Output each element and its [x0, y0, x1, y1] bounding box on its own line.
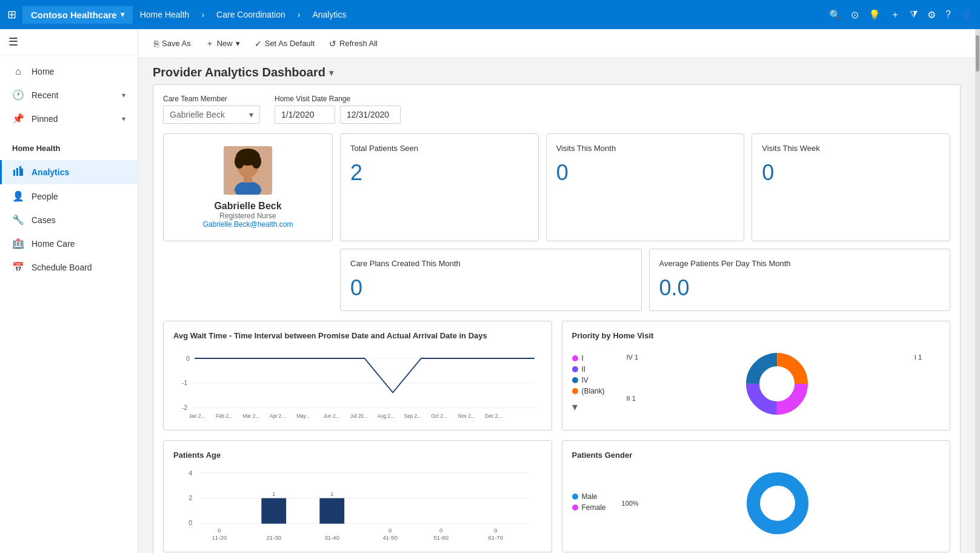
line-chart-title: Avg Wait Time - Time Interval between Pr…	[173, 331, 542, 340]
care-plans-value: 0	[350, 275, 632, 301]
recent-chevron-icon: ▾	[122, 91, 125, 99]
nav-separator2: ›	[293, 7, 305, 22]
lightbulb-icon[interactable]: 💡	[868, 9, 881, 21]
user-icon[interactable]: 👤	[961, 9, 973, 21]
svg-text:0: 0	[188, 519, 192, 526]
page-title[interactable]: Provider Analytics Dashboard ▾	[153, 65, 961, 79]
search-icon[interactable]: 🔍	[829, 9, 841, 21]
nav-care-coordination[interactable]: Care Coordination	[212, 7, 290, 22]
charts-row-2: Patients Age 4 2 0	[163, 440, 950, 552]
sidebar: ☰ ⌂ Home 🕐 Recent ▾ 📌 Pinned ▾ Home Heal…	[0, 29, 138, 553]
refresh-button[interactable]: ↺ Refresh All	[323, 35, 384, 52]
sidebar-item-schedule[interactable]: 📅 Schedule Board	[0, 255, 138, 279]
nav-analytics[interactable]: Analytics	[307, 7, 351, 22]
gender-donut-svg	[741, 467, 814, 540]
svg-text:Dec 2...: Dec 2...	[485, 414, 502, 419]
sidebar-item-people[interactable]: 👤 People	[0, 184, 138, 208]
care-team-select[interactable]: Gabrielle Beck ▾	[163, 106, 260, 124]
check-icon: ✓	[255, 39, 262, 49]
svg-rect-2	[19, 166, 21, 176]
legend-item-blank: (Blank)	[572, 387, 605, 395]
sidebar-item-pinned[interactable]: 📌 Pinned ▾	[0, 107, 138, 130]
sidebar-item-cases[interactable]: 🔧 Cases	[0, 208, 138, 232]
svg-text:Sep 2...: Sep 2...	[404, 414, 421, 419]
svg-text:Aug 2...: Aug 2...	[377, 414, 394, 419]
bar-chart-title: Patients Age	[173, 451, 542, 460]
svg-text:41-50: 41-50	[382, 534, 398, 540]
profile-box: Gabrielle Beck Registered Nurse Gabriell…	[163, 133, 333, 241]
svg-rect-41	[261, 498, 286, 524]
total-patients-value: 2	[350, 160, 528, 186]
brand-logo[interactable]: Contoso Healthcare ▾	[22, 6, 133, 24]
avg-patients-label: Average Patients Per Day This Month	[659, 259, 941, 268]
help-icon[interactable]: ?	[945, 9, 951, 20]
nav-separator1: ›	[196, 7, 209, 22]
svg-rect-0	[13, 170, 15, 176]
top-navigation: ⊞ Contoso Healthcare ▾ Home Health › Car…	[0, 0, 980, 29]
legend-dot-ii	[572, 366, 578, 372]
date-range-inputs	[275, 106, 401, 124]
save-as-button[interactable]: ⎘ Save As	[148, 35, 197, 52]
svg-text:21-30: 21-30	[266, 534, 281, 540]
charts-row-1: Avg Wait Time - Time Interval between Pr…	[163, 321, 950, 431]
gender-chart-box: Patients Gender Male Female	[562, 440, 951, 552]
legend-dot-male	[572, 494, 578, 500]
page-header: Provider Analytics Dashboard ▾	[138, 58, 975, 84]
filter-row: Care Team Member Gabrielle Beck ▾ Home V…	[163, 95, 950, 124]
new-chevron-icon: ▾	[236, 39, 240, 48]
second-stats-row: Care Plans Created This Month 0 Average …	[163, 249, 950, 311]
svg-text:31-40: 31-40	[324, 534, 339, 540]
new-button[interactable]: ＋ New ▾	[199, 35, 246, 53]
homecare-icon: 🏥	[12, 238, 24, 249]
svg-text:Oct 2...: Oct 2...	[431, 414, 447, 419]
sidebar-item-home-label: Home	[32, 67, 54, 76]
donut-expand-icon[interactable]: ▾	[572, 400, 605, 414]
dashboard-card: Care Team Member Gabrielle Beck ▾ Home V…	[153, 84, 961, 553]
svg-text:Jan 2...: Jan 2...	[189, 414, 205, 419]
set-default-button[interactable]: ✓ Set As Default	[248, 35, 321, 52]
sidebar-item-recent[interactable]: 🕐 Recent ▾	[0, 83, 138, 107]
donut-chart-area: I II IV	[572, 347, 941, 420]
scroll-track[interactable]	[975, 29, 980, 553]
gender-100pct-label: 100%	[622, 500, 639, 507]
scroll-thumb[interactable]	[976, 35, 979, 72]
svg-text:Nov 2...: Nov 2...	[458, 414, 475, 419]
svg-text:0: 0	[439, 527, 442, 534]
line-chart-svg: 0 -1 -2 Jan 2...	[173, 347, 542, 420]
settings-icon[interactable]: ⚙	[927, 9, 936, 21]
donut-label-iv1: IV 1	[627, 354, 639, 361]
care-plans-label: Care Plans Created This Month	[350, 259, 632, 268]
hamburger-icon[interactable]: ☰	[8, 36, 18, 48]
brand-name: Contoso Healthcare	[31, 10, 117, 20]
svg-text:Apr 2...: Apr 2...	[270, 414, 285, 419]
donut-chart-title: Priority by Home Visit	[572, 331, 941, 340]
top-nav-items: Home Health › Care Coordination › Analyt…	[135, 7, 829, 22]
date-to-input[interactable]	[340, 106, 401, 124]
svg-text:Jun 2...: Jun 2...	[324, 414, 340, 419]
home-icon: ⌂	[12, 66, 24, 77]
nav-home-health[interactable]: Home Health	[135, 7, 195, 22]
legend-label-female: Female	[582, 503, 606, 512]
avg-patients-card: Average Patients Per Day This Month 0.0	[649, 249, 951, 311]
sidebar-item-analytics[interactable]: Analytics	[0, 160, 138, 184]
avatar	[224, 146, 272, 195]
svg-text:May...: May...	[296, 414, 310, 419]
sidebar-item-homecare[interactable]: 🏥 Home Care	[0, 232, 138, 255]
add-icon[interactable]: ＋	[890, 8, 900, 21]
sidebar-item-pinned-label: Pinned	[32, 114, 58, 124]
app-grid-icon[interactable]: ⊞	[7, 8, 16, 21]
refresh-icon: ↺	[329, 39, 336, 49]
svg-text:1: 1	[330, 491, 333, 497]
sidebar-item-cases-label: Cases	[32, 215, 56, 225]
sidebar-nav-health: Analytics 👤 People 🔧 Cases 🏥 Home Care 📅…	[0, 155, 138, 284]
donut-legend: I II IV	[572, 354, 605, 414]
top-stats-row: Gabrielle Beck Registered Nurse Gabriell…	[163, 133, 950, 241]
date-from-input[interactable]	[275, 106, 335, 124]
svg-rect-1	[16, 168, 18, 176]
care-plans-card: Care Plans Created This Month 0	[340, 249, 642, 311]
visits-week-value: 0	[762, 160, 940, 186]
svg-text:1: 1	[272, 491, 275, 497]
check-circle-icon[interactable]: ⊙	[851, 9, 859, 21]
filter-icon[interactable]: ⧩	[910, 9, 918, 20]
sidebar-item-home[interactable]: ⌂ Home	[0, 60, 138, 83]
